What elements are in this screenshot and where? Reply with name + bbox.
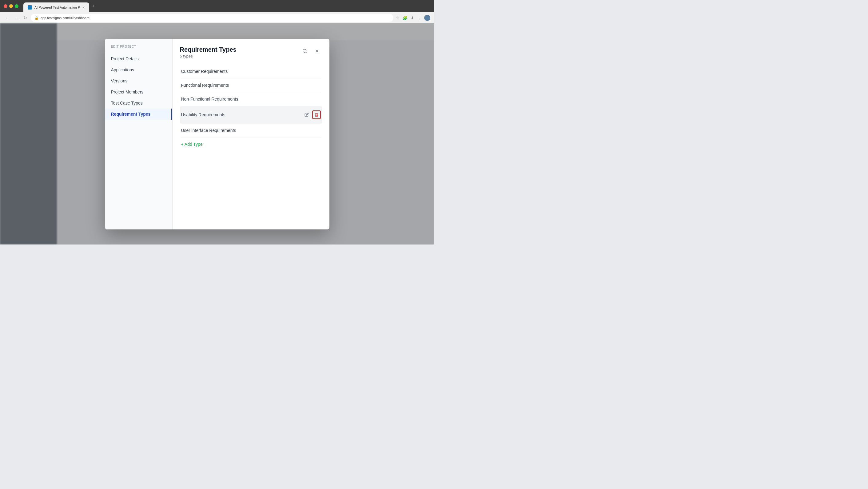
browser-tab-active[interactable]: AI Powered Test Automation P ✕ [23,2,89,12]
address-bar[interactable]: 🔒 app.testsigma.com/ui/dashboard [31,14,394,22]
type-item-functional: Functional Requirements [180,79,322,92]
traffic-lights [4,4,19,8]
add-type-button[interactable]: + Add Type [180,137,204,151]
nav-item-versions[interactable]: Versions [105,75,172,86]
modal-title-group: Requirement Types 5 types [180,46,237,58]
bookmark-icon[interactable]: ☆ [396,16,400,20]
close-modal-button[interactable] [312,46,322,56]
new-tab-button[interactable]: + [89,3,97,9]
modal-header-actions [300,46,322,56]
browser-tabs: AI Powered Test Automation P ✕ + [23,0,97,12]
edit-type-button[interactable] [302,111,311,119]
nav-item-requirement-types[interactable]: Requirement Types [105,109,172,120]
nav-item-project-details[interactable]: Project Details [105,53,172,64]
modal-right-header: Requirement Types 5 types [180,46,322,58]
edit-project-modal: EDIT PROJECT Project Details Application… [105,39,330,230]
svg-point-0 [303,49,306,53]
maximize-button[interactable] [15,4,19,8]
close-icon [315,49,319,54]
back-button[interactable]: ← [4,15,10,21]
nav-item-test-case-types[interactable]: Test Case Types [105,97,172,109]
edit-project-label: EDIT PROJECT [105,45,172,53]
search-button[interactable] [300,46,310,56]
type-item-label: Non-Functional Requirements [181,97,321,101]
delete-type-button[interactable] [312,111,321,119]
refresh-button[interactable]: ↻ [22,15,28,21]
svg-line-1 [306,52,307,53]
browser-actions: ☆ 🧩 ⬇ ⋮ [396,15,430,21]
tab-title: AI Powered Test Automation P [34,5,80,9]
modal-right-panel: Requirement Types 5 types [173,39,330,230]
edit-icon [305,113,309,117]
url-text: app.testsigma.com/ui/dashboard [40,16,90,20]
type-item-usability[interactable]: Usability Requirements [180,106,322,124]
search-icon [302,49,307,54]
address-bar-row: ← → ↻ 🔒 app.testsigma.com/ui/dashboard ☆… [0,12,434,23]
modal-left-panel: EDIT PROJECT Project Details Application… [105,39,173,230]
nav-item-applications[interactable]: Applications [105,64,172,75]
type-item-customer: Customer Requirements [180,65,322,79]
type-item-user-interface: User Interface Requirements [180,124,322,137]
tab-favicon [28,5,32,9]
tab-close-icon[interactable]: ✕ [83,6,85,9]
type-item-label: Usability Requirements [181,112,302,117]
modal-overlay: EDIT PROJECT Project Details Application… [0,23,434,245]
close-button[interactable] [4,4,7,8]
requirement-types-list: Customer Requirements Functional Require… [180,65,322,137]
type-item-label: Customer Requirements [181,69,321,74]
nav-item-project-members[interactable]: Project Members [105,86,172,97]
menu-icon[interactable]: ⋮ [417,16,421,20]
type-item-non-functional: Non-Functional Requirements [180,92,322,106]
modal-subtitle: 5 types [180,54,237,58]
type-item-actions [302,111,321,119]
trash-icon [314,113,319,117]
type-item-label: User Interface Requirements [181,128,321,133]
profile-icon[interactable] [424,15,430,21]
type-item-label: Functional Requirements [181,83,321,88]
forward-button[interactable]: → [13,15,20,21]
extension-icon[interactable]: 🧩 [403,16,407,20]
lock-icon: 🔒 [34,16,39,20]
modal-title: Requirement Types [180,46,237,53]
browser-chrome: AI Powered Test Automation P ✕ + [0,0,434,12]
download-icon[interactable]: ⬇ [411,16,414,20]
minimize-button[interactable] [9,4,13,8]
